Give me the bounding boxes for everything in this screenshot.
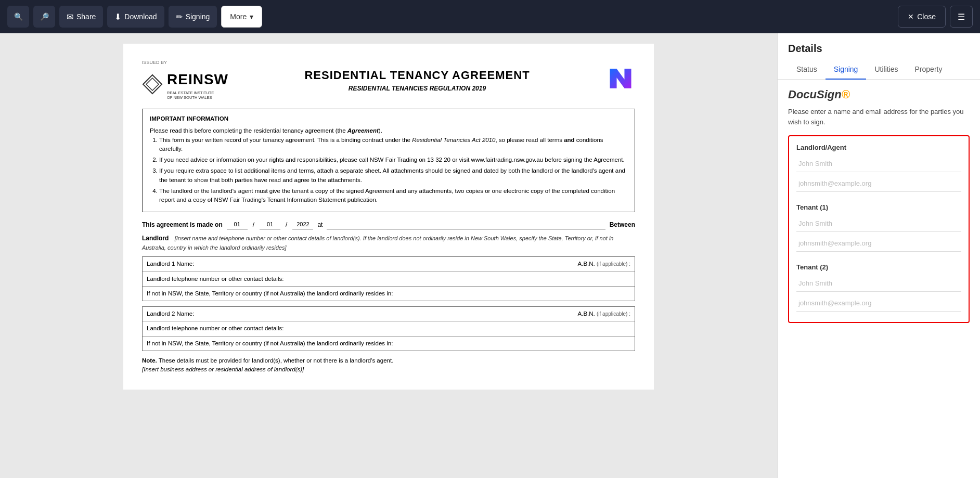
tenant2-label: Tenant (2) (796, 263, 961, 271)
tenant2-name-input[interactable] (796, 275, 961, 292)
info-list: This form is your written record of your… (150, 136, 627, 205)
tab-property[interactable]: Property (907, 60, 951, 80)
list-item: If you require extra space to list addit… (159, 166, 627, 185)
landlord2-phone-row: Landlord telephone number or other conta… (143, 321, 635, 336)
between-label: Between (610, 220, 635, 229)
landlord-section: Landlord [Insert name and telephone numb… (142, 234, 635, 252)
reinsw-logo: REINSW REAL ESTATE INSTITUTEOF NEW SOUTH… (142, 69, 228, 101)
chevron-down-icon: ▾ (250, 12, 253, 21)
zoom-out-button[interactable]: 🔍 (7, 6, 29, 28)
date-year-field: 2022 (292, 220, 313, 229)
zoom-in-icon: 🔎 (40, 12, 49, 21)
signing-button[interactable]: ✏ Signing (169, 6, 217, 28)
note-italic: [Insert business address or residential … (142, 366, 304, 372)
list-item: If you need advice or information on you… (159, 156, 627, 164)
agreement-line: This agreement is made on 01 / 01 / 2022… (142, 219, 635, 229)
close-label: Close (917, 12, 936, 21)
landlord1-abn-label: A.B.N. (578, 261, 595, 267)
date-month-field: 01 (260, 220, 280, 229)
landlord2-abn-area: A.B.N. (if applicable) : (578, 309, 630, 318)
issued-by-label: ISSUED BY (142, 59, 228, 67)
document-page: ISSUED BY REINSW REAL ESTATE INSTITUTEOF… (123, 44, 654, 390)
reinsw-name: REINSW (167, 69, 228, 91)
party-divider-1 (796, 195, 961, 203)
doc-header: ISSUED BY REINSW REAL ESTATE INSTITUTEOF… (142, 59, 635, 100)
reinsw-subtitle: REAL ESTATE INSTITUTEOF NEW SOUTH WALES (167, 91, 219, 101)
download-label: Download (124, 12, 157, 21)
doc-title: RESIDENTIAL TENANCY AGREEMENT (304, 67, 530, 84)
download-icon: ⬇ (114, 12, 121, 22)
toolbar-right: ✕ Close ☰ (898, 6, 973, 28)
document-area[interactable]: ISSUED BY REINSW REAL ESTATE INSTITUTEOF… (0, 33, 777, 478)
reinsw-diamond-icon (142, 74, 163, 95)
note-text: These details must be provided for landl… (159, 357, 394, 364)
landlord-label: Landlord (142, 235, 169, 242)
list-item: The landlord or the landlord's agent mus… (159, 187, 627, 205)
agreement-made-on-text: This agreement is made on (142, 220, 223, 229)
at-field (327, 219, 605, 229)
landlord-email-input[interactable] (796, 175, 961, 192)
note-label: Note. (142, 357, 157, 364)
info-box: IMPORTANT INFORMATION Please read this b… (142, 109, 635, 212)
share-label: Share (76, 12, 96, 21)
landlord2-section: Landlord 2 Name: A.B.N. (if applicable) … (142, 306, 635, 351)
hamburger-icon: ☰ (958, 12, 965, 22)
more-label: More (230, 12, 247, 21)
share-button[interactable]: ✉ Share (59, 6, 103, 28)
trademark-symbol: ® (842, 88, 850, 101)
party-divider-2 (796, 255, 961, 263)
zoom-in-button[interactable]: 🔎 (33, 6, 55, 28)
more-button[interactable]: More ▾ (221, 6, 262, 28)
info-intro: Please read this before completing the r… (150, 126, 627, 135)
note-area: Note. These details must be provided for… (142, 356, 635, 374)
tab-utilities[interactable]: Utilities (866, 60, 906, 80)
tenant2-email-input[interactable] (796, 295, 961, 312)
signing-icon: ✏ (176, 12, 183, 22)
tab-status[interactable]: Status (788, 60, 826, 80)
landlord-instruction: [Insert name and telephone number or oth… (142, 235, 613, 251)
landlord2-name-row: Landlord 2 Name: A.B.N. (if applicable) … (143, 307, 635, 321)
landlord2-phone-label: Landlord telephone number or other conta… (147, 325, 283, 331)
signing-label: Signing (186, 12, 210, 21)
landlord1-abn-note: (if applicable) : (597, 261, 630, 267)
landlord2-abn-label: A.B.N. (578, 311, 595, 317)
date-day-field: 01 (227, 220, 248, 229)
tenant1-label: Tenant (1) (796, 203, 961, 211)
landlord2-abn-note: (if applicable) : (597, 311, 630, 317)
share-icon: ✉ (67, 12, 73, 22)
signing-form: Landlord/Agent Tenant (1) Tenant (2) (788, 135, 970, 323)
brand-logo (606, 64, 635, 96)
docusign-title: DocuSign® (788, 88, 970, 101)
landlord1-state-label: If not in NSW, the State, Territory or c… (147, 290, 393, 296)
logo-area: ISSUED BY REINSW REAL ESTATE INSTITUTEOF… (142, 59, 228, 100)
close-button[interactable]: ✕ Close (898, 6, 946, 28)
at-label: at (317, 220, 323, 229)
landlord2-state-label: If not in NSW, the State, Territory or c… (147, 340, 393, 346)
panel-tabs: Status Signing Utilities Property (778, 55, 980, 80)
landlord-name-input[interactable] (796, 156, 961, 172)
landlord1-phone-row: Landlord telephone number or other conta… (143, 272, 635, 287)
right-panel: Details Status Signing Utilities Propert… (777, 33, 980, 478)
doc-title-area: RESIDENTIAL TENANCY AGREEMENT RESIDENTIA… (304, 67, 530, 93)
landlord2-name-label: Landlord 2 Name: (147, 309, 194, 318)
menu-button[interactable]: ☰ (950, 6, 973, 28)
panel-content: DocuSign® Please enter a name and email … (778, 80, 980, 478)
zoom-out-icon: 🔍 (14, 12, 23, 21)
tenant1-email-input[interactable] (796, 235, 961, 252)
list-item: This form is your written record of your… (159, 136, 627, 154)
main-layout: ISSUED BY REINSW REAL ESTATE INSTITUTEOF… (0, 33, 980, 478)
panel-header-title: Details (778, 33, 980, 55)
landlord2-state-row: If not in NSW, the State, Territory or c… (143, 337, 635, 351)
download-button[interactable]: ⬇ Download (107, 6, 164, 28)
landlord1-abn-area: A.B.N. (if applicable) : (578, 260, 630, 268)
landlord1-section: Landlord 1 Name: A.B.N. (if applicable) … (142, 256, 635, 301)
tab-signing[interactable]: Signing (826, 60, 867, 80)
close-icon: ✕ (908, 12, 914, 21)
tenant1-name-input[interactable] (796, 215, 961, 232)
landlord1-name-label: Landlord 1 Name: (147, 260, 194, 268)
doc-subtitle: RESIDENTIAL TENANCIES REGULATION 2019 (304, 84, 530, 93)
landlord1-name-row: Landlord 1 Name: A.B.N. (if applicable) … (143, 257, 635, 272)
toolbar: 🔍 🔎 ✉ Share ⬇ Download ✏ Signing More ▾ … (0, 0, 980, 33)
info-title: IMPORTANT INFORMATION (150, 114, 627, 123)
panel-description: Please enter a name and email address fo… (788, 107, 970, 127)
